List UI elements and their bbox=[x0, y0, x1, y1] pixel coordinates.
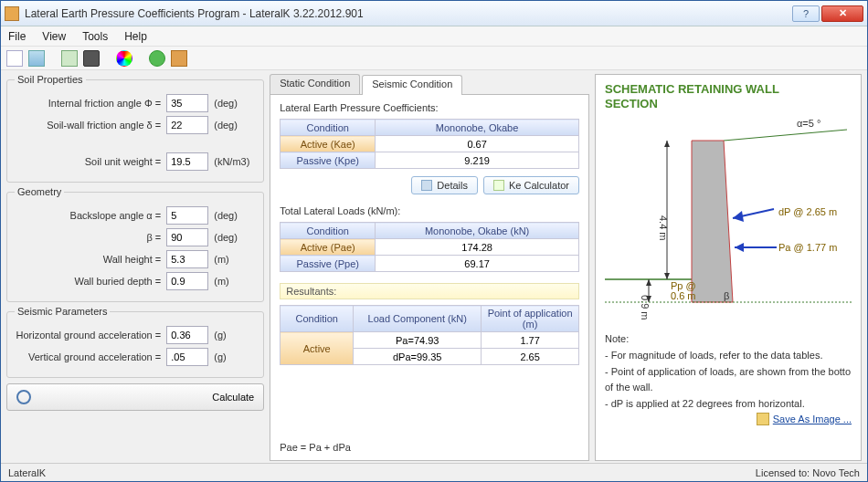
svg-marker-10 bbox=[733, 211, 744, 222]
tab-seismic[interactable]: Seismic Condition bbox=[362, 75, 462, 95]
help-button[interactable]: ? bbox=[792, 5, 820, 22]
geom-legend: Geometry bbox=[15, 186, 64, 197]
svg-marker-5 bbox=[664, 273, 670, 279]
beta-input[interactable] bbox=[166, 228, 208, 246]
gamma-label: Soil unit weight = bbox=[85, 156, 161, 167]
pa-poa: 1.77 bbox=[482, 332, 579, 349]
statusbar: LateralK Licensed to: Novo Tech bbox=[1, 463, 867, 481]
schematic-title1: SCHEMATIC RETAINING WALL bbox=[605, 82, 852, 97]
dpa-poa: 2.65 bbox=[482, 349, 579, 365]
soil-legend: Soil Properties bbox=[15, 74, 86, 85]
dpa-val: dPa=99.35 bbox=[354, 349, 482, 365]
coeffs-table: ConditionMononobe, Okabe Active (Kae)0.6… bbox=[280, 119, 579, 169]
app-icon bbox=[5, 6, 19, 21]
resultants-table: Condition Load Component (kN) Point of a… bbox=[280, 305, 579, 365]
note-1: - For magnitude of loads, refer to the d… bbox=[605, 350, 852, 362]
delta-unit: (deg) bbox=[214, 120, 256, 131]
ke-calc-button[interactable]: Ke Calculator bbox=[483, 176, 579, 194]
formula: Pae = Pa + dPa bbox=[280, 442, 579, 453]
height-unit: (m) bbox=[214, 254, 256, 265]
new-icon[interactable] bbox=[6, 50, 23, 67]
coeffs-label: Lateral Earth Pressure Coefficients: bbox=[280, 102, 579, 113]
loadcomp-hdr: Load Component (kN) bbox=[354, 306, 482, 332]
schematic-title2: SECTION bbox=[605, 97, 852, 111]
beta-unit: (deg) bbox=[214, 232, 256, 243]
beta-label: β = bbox=[146, 232, 161, 243]
hga-label: Horizontal ground acceleration = bbox=[16, 330, 162, 341]
menu-tools[interactable]: Tools bbox=[82, 30, 108, 43]
print-icon[interactable] bbox=[83, 50, 100, 67]
height-label: Wall height = bbox=[103, 254, 162, 265]
exit-icon[interactable] bbox=[171, 50, 187, 67]
svg-marker-12 bbox=[735, 243, 744, 252]
menubar: File View Tools Help bbox=[1, 26, 867, 47]
save-image-link[interactable]: Save As Image ... bbox=[605, 413, 852, 425]
details-button[interactable]: Details bbox=[411, 176, 478, 194]
alpha-unit: (deg) bbox=[214, 210, 256, 221]
menu-file[interactable]: File bbox=[8, 30, 26, 43]
menu-help[interactable]: Help bbox=[124, 30, 147, 43]
loads-table: ConditionMononobe, Okabe (kN) Active (Pa… bbox=[280, 222, 579, 272]
pae-val: 174.28 bbox=[376, 239, 579, 256]
calc-label: Calculate bbox=[38, 392, 254, 403]
svg-line-0 bbox=[724, 130, 847, 141]
gamma-input[interactable] bbox=[166, 152, 208, 171]
phi-label: Internal friction angle Φ = bbox=[48, 98, 161, 109]
color-icon[interactable] bbox=[116, 50, 132, 67]
delta-input[interactable] bbox=[166, 116, 208, 134]
cond-hdr3: Condition bbox=[281, 306, 354, 332]
svg-marker-7 bbox=[646, 279, 651, 286]
height-input[interactable] bbox=[166, 250, 208, 268]
menu-view[interactable]: View bbox=[42, 30, 66, 43]
close-button[interactable]: ✕ bbox=[821, 5, 863, 22]
export-icon[interactable] bbox=[61, 50, 78, 67]
gamma-unit: (kN/m3) bbox=[214, 156, 256, 167]
calc-icon bbox=[493, 180, 504, 191]
cond-hdr2: Condition bbox=[281, 223, 376, 239]
status-left: LateralK bbox=[8, 467, 46, 478]
buried-unit: (m) bbox=[214, 276, 256, 287]
note-header: Note: bbox=[605, 333, 852, 346]
soil-properties-group: Soil Properties Internal friction angle … bbox=[6, 74, 264, 183]
phi-input[interactable] bbox=[166, 94, 208, 112]
h-main: 4.4 m bbox=[658, 215, 669, 241]
tab-body: Lateral Earth Pressure Coefficients: Con… bbox=[270, 94, 589, 461]
kpe-val: 9.219 bbox=[376, 152, 579, 169]
tab-static[interactable]: Static Condition bbox=[270, 74, 360, 94]
kae-lbl: Active (Kae) bbox=[281, 136, 376, 152]
titlebar: Lateral Earth Pressure Coefficients Prog… bbox=[1, 1, 867, 26]
poa-hdr: Point of application (m) bbox=[482, 306, 579, 332]
note-4: - dP is applied at 22 degrees from horiz… bbox=[605, 398, 852, 411]
hga-unit: (g) bbox=[214, 330, 256, 341]
pp-label2: 0.6 m bbox=[671, 290, 696, 301]
note-2: - Point of application of loads, are sho… bbox=[605, 366, 852, 379]
alpha-text: α=5 ° bbox=[797, 118, 820, 129]
active-row: Active bbox=[281, 332, 354, 365]
status-right: Licensed to: Novo Tech bbox=[756, 467, 860, 478]
beta-text: β bbox=[724, 290, 729, 301]
alpha-label: Backslope angle α = bbox=[70, 210, 162, 221]
delta-label: Soil-wall friction angle δ = bbox=[47, 120, 161, 131]
ppe-val: 69.17 bbox=[376, 256, 579, 272]
alpha-input[interactable] bbox=[166, 206, 208, 225]
method-hdr2: Mononobe, Okabe (kN) bbox=[376, 223, 579, 239]
hga-input[interactable] bbox=[166, 326, 208, 344]
vga-label: Vertical ground acceleration = bbox=[28, 351, 161, 362]
svg-marker-2 bbox=[692, 141, 733, 302]
grid-icon[interactable] bbox=[28, 50, 45, 67]
pa-label: Pa @ 1.77 m bbox=[778, 242, 837, 253]
help-icon[interactable] bbox=[149, 50, 165, 67]
vga-input[interactable] bbox=[166, 348, 208, 366]
calculate-button[interactable]: Calculate bbox=[6, 383, 264, 411]
kpe-lbl: Passive (Kpe) bbox=[281, 152, 376, 169]
details-icon bbox=[421, 180, 432, 191]
seismic-group: Seismic Parameters Horizontal ground acc… bbox=[6, 306, 264, 378]
buried-label: Wall buried depth = bbox=[75, 276, 162, 287]
seis-legend: Seismic Parameters bbox=[15, 306, 110, 317]
dp-label: dP @ 2.65 m bbox=[778, 206, 837, 217]
ppe-lbl: Passive (Ppe) bbox=[281, 256, 376, 272]
resultants-label: Resultants: bbox=[280, 283, 579, 299]
window-title: Lateral Earth Pressure Coefficients Prog… bbox=[25, 7, 792, 20]
buried-input[interactable] bbox=[166, 272, 208, 290]
toolbar bbox=[1, 47, 867, 70]
